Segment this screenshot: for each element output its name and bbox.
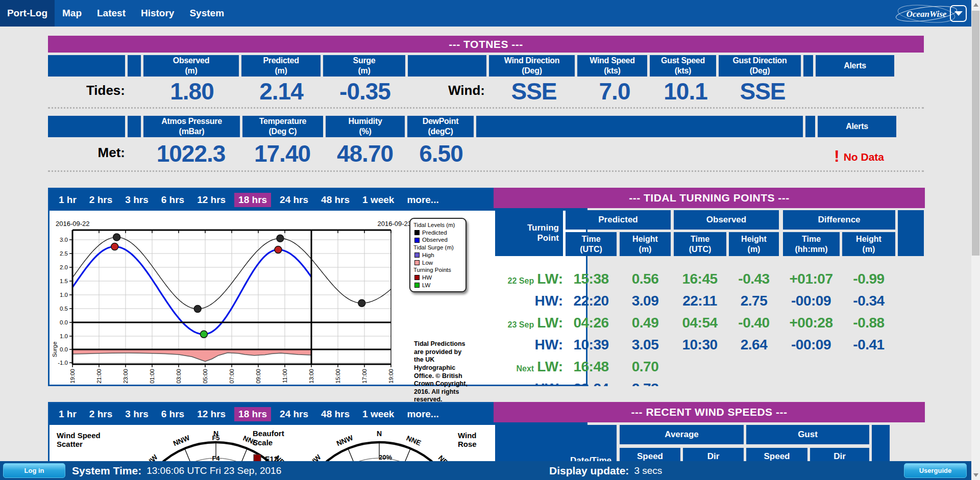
- tides-surge-value: -0.35: [339, 78, 390, 105]
- svg-text:21:00: 21:00: [96, 369, 102, 384]
- tab-more[interactable]: more...: [403, 193, 443, 207]
- tab-6hrs[interactable]: 6 hrs: [157, 407, 188, 421]
- tab-3hrs[interactable]: 3 hrs: [121, 193, 152, 207]
- turning-point-row: HW:10:393.0510:302.64-00:09-0.41: [494, 337, 925, 355]
- turning-point-label: 23 SepLW:: [508, 315, 563, 331]
- tab-24hrs[interactable]: 24 hrs: [276, 193, 312, 207]
- turning-point-label: NextHW:: [514, 381, 563, 386]
- turning-point-label: HW:: [532, 337, 563, 353]
- display-update-label: Display update:: [549, 465, 629, 477]
- svg-text:Wind Speed: Wind Speed: [57, 431, 101, 440]
- vertical-scrollbar[interactable]: [971, 0, 980, 480]
- gust-direction-value: SSE: [740, 78, 785, 105]
- tides-observed-value: 1.80: [170, 78, 214, 105]
- header-group-observed: Observed: [674, 210, 779, 230]
- turning-point-value: -0.43: [738, 271, 769, 287]
- svg-text:01:00: 01:00: [149, 369, 155, 384]
- turning-point-value: 3.05: [632, 337, 659, 353]
- nav-menu: MapLatestHistorySystem: [62, 0, 224, 27]
- tab-24hrs[interactable]: 24 hrs: [276, 407, 312, 421]
- header-sub-4: Time(hh:mm): [783, 232, 840, 256]
- tab-12hrs[interactable]: 12 hrs: [193, 193, 230, 207]
- turning-point-value: 15:38: [573, 271, 608, 287]
- turning-point-value: -00:09: [791, 337, 831, 353]
- tab-1week[interactable]: 1 week: [358, 193, 398, 207]
- nav-item-map[interactable]: Map: [62, 8, 82, 19]
- recent-wind-title-bar: --- RECENT WIND SPEEDS ---: [494, 402, 925, 422]
- turning-point-label: 22 SepLW:: [508, 271, 563, 287]
- tab-3hrs[interactable]: 3 hrs: [121, 407, 152, 421]
- tab-1week[interactable]: 1 week: [358, 407, 398, 421]
- tab-48hrs[interactable]: 48 hrs: [317, 193, 354, 207]
- header-humidity: Humidity(%): [326, 116, 405, 137]
- turning-point-value: +01:07: [790, 271, 833, 287]
- legend-item: Observed: [414, 236, 463, 244]
- turning-point-row: HW:22:203.0922:112.75-00:09-0.34: [494, 293, 925, 311]
- tab-1hr[interactable]: 1 hr: [55, 193, 81, 207]
- nav-dropdown-button[interactable]: [950, 5, 967, 22]
- turning-point-value: 10:30: [682, 337, 717, 353]
- tides-predicted-value: 2.14: [259, 78, 303, 105]
- nav-item-latest[interactable]: Latest: [97, 8, 126, 19]
- tab-more[interactable]: more...: [403, 407, 443, 421]
- alert-icon: !: [834, 147, 840, 165]
- login-button[interactable]: Log in: [3, 463, 65, 478]
- header-predicted: Predicted(m): [241, 55, 321, 77]
- svg-text:OceanWise: OceanWise: [906, 9, 947, 19]
- chevron-down-icon: [954, 11, 963, 16]
- header-group-average: Average: [620, 425, 744, 444]
- turning-point-value: 16:48: [573, 359, 608, 375]
- svg-text:NNE: NNE: [405, 434, 422, 447]
- svg-text:09:00: 09:00: [255, 369, 261, 384]
- userguide-button[interactable]: Userguide: [904, 463, 967, 478]
- scroll-down-icon: [973, 473, 978, 477]
- chart-date-left: 2016-09-22: [56, 220, 90, 228]
- totnes-title: --- TOTNES ---: [449, 38, 523, 50]
- header-atmos: Atmos Pressure(mBar): [143, 116, 240, 137]
- nav-item-history[interactable]: History: [141, 8, 174, 19]
- legend-swatch: [414, 230, 420, 235]
- tab-2hrs[interactable]: 2 hrs: [85, 407, 116, 421]
- tab-12hrs[interactable]: 12 hrs: [193, 407, 230, 421]
- scroll-down-button[interactable]: [971, 470, 980, 480]
- turning-point-value: -0.99: [853, 271, 884, 287]
- turning-point-value: 2.75: [741, 293, 768, 309]
- recent-wind-title: --- RECENT WIND SPEEDS ---: [631, 406, 788, 418]
- turning-point-value: +00:28: [790, 315, 833, 331]
- turning-point-value: -0.34: [853, 293, 884, 309]
- svg-text:19:00: 19:00: [388, 369, 394, 384]
- turning-point-row: 23 SepLW:04:260.4904:54-0.40+00:28-0.88: [494, 315, 925, 333]
- legend-item: HW: [414, 274, 463, 282]
- portlog-dashboard: Port-Log MapLatestHistorySystem OceanWis…: [0, 0, 980, 480]
- svg-text:0.0: 0.0: [60, 319, 68, 325]
- header-blank-right: [898, 210, 924, 256]
- turning-points-title-bar: --- TIDAL TURNING POINTS ---: [494, 188, 925, 208]
- turning-point-value: 04:54: [682, 315, 717, 331]
- legend-swatch: [414, 283, 420, 288]
- header-wind_direction: Wind Direction(Deg): [489, 55, 575, 77]
- tab-48hrs[interactable]: 48 hrs: [317, 407, 354, 421]
- chart-attribution: Tidal Predictions are provided by the UK…: [414, 340, 472, 404]
- legend-swatch: [414, 238, 420, 243]
- tab-1hr[interactable]: 1 hr: [55, 407, 81, 421]
- header-gust_speed: Gust Speed(kts): [650, 55, 716, 77]
- tab-18hrs[interactable]: 18 hrs: [234, 193, 271, 207]
- tab-18hrs[interactable]: 18 hrs: [234, 407, 271, 421]
- header-blank: [48, 55, 125, 77]
- display-update: Display update: 3 secs: [549, 461, 662, 480]
- header-blank: [408, 55, 486, 77]
- divider: [48, 107, 924, 109]
- turning-point-value: 0.56: [632, 271, 659, 287]
- scrollbar-thumb[interactable]: [972, 11, 979, 256]
- wind-speed-value: 7.0: [599, 78, 630, 105]
- scroll-up-button[interactable]: [971, 0, 980, 10]
- svg-text:1.0: 1.0: [60, 292, 68, 298]
- tab-6hrs[interactable]: 6 hrs: [157, 193, 188, 207]
- turning-point-value: 04:26: [573, 315, 608, 331]
- nav-item-system[interactable]: System: [189, 8, 224, 19]
- tab-2hrs[interactable]: 2 hrs: [85, 193, 116, 207]
- header-blank: [476, 116, 803, 137]
- nav-item-portlog[interactable]: Port-Log: [0, 0, 55, 27]
- svg-text:17:00: 17:00: [361, 369, 368, 384]
- turning-point-value: 16:45: [682, 271, 717, 287]
